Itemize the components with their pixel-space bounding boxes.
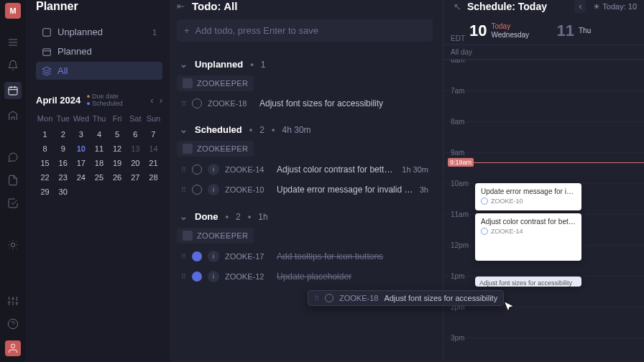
user-icon[interactable] <box>5 340 21 356</box>
help-icon[interactable] <box>6 317 19 330</box>
task-status-circle[interactable] <box>192 98 202 108</box>
calendar-day[interactable]: 17 <box>72 156 90 170</box>
calendar-day[interactable]: 14 <box>144 141 162 156</box>
task-key: ZOOKE-18 <box>208 99 254 108</box>
svg-rect-4 <box>43 48 51 55</box>
section-header[interactable]: ⌄Unplanned•1 <box>177 47 433 75</box>
filter-all[interactable]: All <box>36 62 162 80</box>
project-tag[interactable]: ZOOKEEPER <box>177 75 254 91</box>
info-badge: i <box>208 251 219 262</box>
bell-icon[interactable] <box>6 59 19 72</box>
calendar-day[interactable]: 19 <box>109 156 126 170</box>
avatar[interactable]: M <box>5 3 21 19</box>
calendar-day[interactable]: 12 <box>109 141 126 156</box>
calendar-day[interactable]: 2 <box>54 127 72 141</box>
menu-icon[interactable] <box>6 36 19 49</box>
hour-label: 10am <box>451 180 469 187</box>
calendar-day[interactable] <box>109 185 126 199</box>
grip-icon[interactable]: ⠿ <box>181 100 186 108</box>
calendar-day[interactable]: 24 <box>72 170 90 185</box>
task-title: Adjust color contrast for better visibil… <box>277 164 396 175</box>
calendar-day[interactable]: 29 <box>36 185 54 199</box>
calendar-legend: ● Due date ● Scheduled <box>86 93 123 107</box>
task-row[interactable]: ⠿iZOOKE-17Add tooltips for icon buttons <box>177 246 433 266</box>
task-status-circle <box>325 294 334 302</box>
calendar-day[interactable]: 25 <box>90 170 108 185</box>
calendar-icon[interactable] <box>4 82 22 99</box>
chat-icon[interactable] <box>6 151 19 164</box>
section-header[interactable]: ⌄Done•2•1h <box>177 200 433 228</box>
calendar-day[interactable]: 16 <box>54 156 72 170</box>
calendar-day[interactable]: 15 <box>36 156 54 170</box>
task-status-circle[interactable] <box>192 251 202 261</box>
task-status-circle[interactable] <box>192 185 202 195</box>
task-row[interactable]: ⠿iZOOKE-12Update placeholder <box>177 266 433 287</box>
calendar-day[interactable]: 8 <box>36 141 54 156</box>
sliders-icon[interactable] <box>6 294 19 307</box>
schedule-prev[interactable]: ‹ <box>574 0 586 13</box>
day-column[interactable]: 11Thu <box>557 22 645 40</box>
calendar-day[interactable] <box>90 185 108 199</box>
calendar-day[interactable]: 4 <box>90 127 108 141</box>
calendar-day[interactable] <box>144 185 162 199</box>
dragging-task[interactable]: ⠿ ZOOKE-18 Adjust font sizes for accessi… <box>308 290 504 306</box>
collapse-sidebar-icon[interactable]: ⇤ <box>177 1 185 11</box>
sun-icon[interactable] <box>6 238 19 251</box>
schedule-event-ghost[interactable]: Adjust font sizes for accessibility <box>475 277 581 287</box>
month-next[interactable]: › <box>160 95 162 106</box>
calendar-day[interactable]: 30 <box>54 185 72 199</box>
task-row[interactable]: ⠿iZOOKE-10Update error message for inval… <box>177 180 433 200</box>
now-line <box>469 162 644 163</box>
plus-icon: + <box>184 25 190 36</box>
svg-point-2 <box>8 319 17 328</box>
calendar-day[interactable]: 10 <box>72 141 90 156</box>
schedule-back-icon[interactable]: ↖ <box>454 1 461 12</box>
calendar-day[interactable]: 9 <box>54 141 72 156</box>
calendar-day[interactable]: 11 <box>90 141 108 156</box>
task-key: ZOOKE-14 <box>225 165 271 174</box>
calendar-day[interactable]: 5 <box>109 127 126 141</box>
schedule-event[interactable]: Update error message for invali…ZOOKE-10 <box>475 183 581 210</box>
task-status-circle[interactable] <box>192 164 202 175</box>
calendar-day[interactable]: 21 <box>144 156 162 170</box>
grip-icon[interactable]: ⠿ <box>181 166 186 174</box>
add-todo-input[interactable]: + Add todo, press Enter to save <box>177 19 433 42</box>
calendar-day[interactable] <box>126 185 144 199</box>
hour-label: 1pm <box>451 272 464 280</box>
filter-planned[interactable]: Planned <box>36 42 162 60</box>
calendar-day[interactable]: 20 <box>126 156 144 170</box>
calendar-day[interactable]: 23 <box>54 170 72 185</box>
task-status-circle[interactable] <box>192 272 202 282</box>
grip-icon[interactable]: ⠿ <box>181 253 186 261</box>
calendar-day[interactable]: 1 <box>36 127 54 141</box>
task-key: ZOOKE-10 <box>225 185 271 194</box>
time-grid[interactable]: 6am7am8am9am10am11am12pm1pm2pm3pm9:19amU… <box>443 60 644 362</box>
grip-icon[interactable]: ⠿ <box>181 273 186 281</box>
schedule-title: Schedule: Today <box>467 1 547 12</box>
calendar-day[interactable]: 26 <box>109 170 126 185</box>
calendar-day[interactable]: 27 <box>126 170 144 185</box>
document-icon[interactable] <box>6 174 19 187</box>
calendar-day[interactable]: 7 <box>144 127 162 141</box>
calendar-day[interactable]: 3 <box>72 127 90 141</box>
calendar-day[interactable]: 13 <box>126 141 144 156</box>
calendar-day[interactable] <box>72 185 90 199</box>
schedule-event[interactable]: Adjust color contrast for better v…ZOOKE… <box>475 213 581 261</box>
calendar-day[interactable]: 18 <box>90 156 108 170</box>
building-icon[interactable] <box>6 109 19 122</box>
project-tag[interactable]: ZOOKEEPER <box>177 228 254 243</box>
today-indicator[interactable]: ☀ Today: 10 <box>593 2 637 11</box>
filter-unplanned[interactable]: Unplanned 1 <box>36 23 162 41</box>
section-header[interactable]: ⌄Scheduled•2•4h 30m <box>177 113 433 141</box>
calendar-day[interactable]: 22 <box>36 170 54 185</box>
task-row[interactable]: ⠿ZOOKE-18Adjust font sizes for accessibi… <box>177 94 433 113</box>
grip-icon[interactable]: ⠿ <box>181 186 186 194</box>
project-tag[interactable]: ZOOKEEPER <box>177 141 254 157</box>
month-prev[interactable]: ‹ <box>150 95 153 106</box>
mini-calendar[interactable]: MonTueWedThuFriSatSun 123456789101112131… <box>36 114 162 199</box>
calendar-day[interactable]: 28 <box>144 170 162 185</box>
task-row[interactable]: ⠿iZOOKE-14Adjust color contrast for bett… <box>177 159 433 180</box>
day-column[interactable]: 10TodayWednesday <box>469 22 557 40</box>
check-list-icon[interactable] <box>6 197 19 210</box>
calendar-day[interactable]: 6 <box>126 127 144 141</box>
